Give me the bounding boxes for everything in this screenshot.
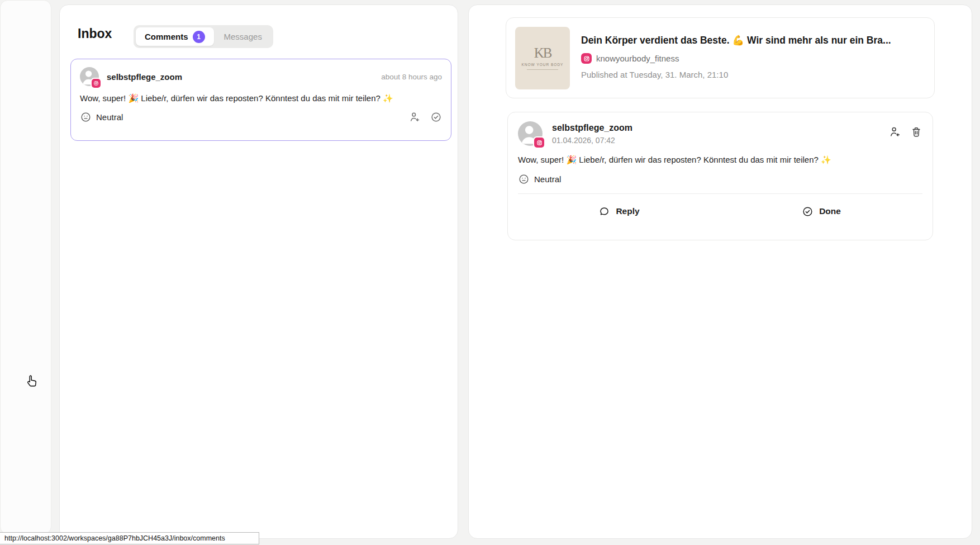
mark-done-icon[interactable] <box>430 111 442 123</box>
inbox-list-panel: Inbox Comments 1 Messages <box>59 4 458 539</box>
status-url-text: http://localhost:3002/workspaces/ga88P7h… <box>4 534 225 542</box>
chat-bubble-icon <box>598 206 610 217</box>
brand-monogram: KB <box>534 45 551 61</box>
sentiment-label: Neutral <box>534 174 561 184</box>
post-preview-card[interactable]: KB KNOW YOUR BODY Dein Körper verdient d… <box>506 17 935 98</box>
post-title: Dein Körper verdient das Beste. 💪 Wir si… <box>581 35 891 46</box>
done-button[interactable]: Done <box>720 194 922 229</box>
comment-time: about 8 hours ago <box>381 73 442 81</box>
neutral-face-icon <box>518 173 530 185</box>
post-account-handle: knowyourbody_fitness <box>596 54 679 63</box>
assign-user-icon[interactable] <box>889 126 901 146</box>
instagram-icon <box>534 138 544 148</box>
comment-detail-panel: KB KNOW YOUR BODY Dein Körper verdient d… <box>468 4 972 539</box>
reply-label: Reply <box>616 206 639 216</box>
comment-username: selbstpflege_zoom <box>552 123 632 133</box>
comment-text: Wow, super! 🎉 Liebe/r, dürfen wir das re… <box>518 155 922 165</box>
comment-list-item[interactable]: selbstpflege_zoom about 8 hours ago Wow,… <box>70 59 451 141</box>
tab-messages-label: Messages <box>224 32 262 41</box>
avatar <box>80 67 99 86</box>
assign-user-icon[interactable] <box>409 111 421 123</box>
brand-tagline-line <box>527 69 558 71</box>
check-circle-icon <box>802 206 814 217</box>
done-label: Done <box>819 206 841 216</box>
reply-button[interactable]: Reply <box>518 194 720 229</box>
inbox-tabs: Comments 1 Messages <box>134 25 273 48</box>
comment-detail-card: selbstpflege_zoom 01.04.2026, 07:42 <box>507 112 933 240</box>
comment-text: Wow, super! 🎉 Liebe/r, dürfen wir das re… <box>80 93 442 103</box>
neutral-face-icon <box>80 111 92 123</box>
comments-count-badge: 1 <box>193 31 205 43</box>
status-url-bar: http://localhost:3002/workspaces/ga88P7h… <box>0 532 259 544</box>
delete-icon[interactable] <box>910 126 922 146</box>
post-thumbnail: KB KNOW YOUR BODY <box>515 27 570 89</box>
page-title: Inbox <box>78 26 112 41</box>
comment-username: selbstpflege_zoom <box>107 72 182 82</box>
comment-timestamp: 01.04.2026, 07:42 <box>552 136 632 145</box>
tab-messages[interactable]: Messages <box>215 27 271 46</box>
avatar <box>518 121 543 146</box>
tab-comments[interactable]: Comments 1 <box>136 27 214 46</box>
sidebar: KNOW YOU... Home Calendar <box>0 0 51 534</box>
tab-comments-label: Comments <box>145 32 188 41</box>
post-published-time: Published at Tuesday, 31. March, 21:10 <box>581 70 891 79</box>
instagram-icon <box>581 53 592 64</box>
instagram-icon <box>92 79 101 88</box>
brand-name: KNOW YOUR BODY <box>522 63 564 67</box>
sentiment-label: Neutral <box>96 112 123 122</box>
